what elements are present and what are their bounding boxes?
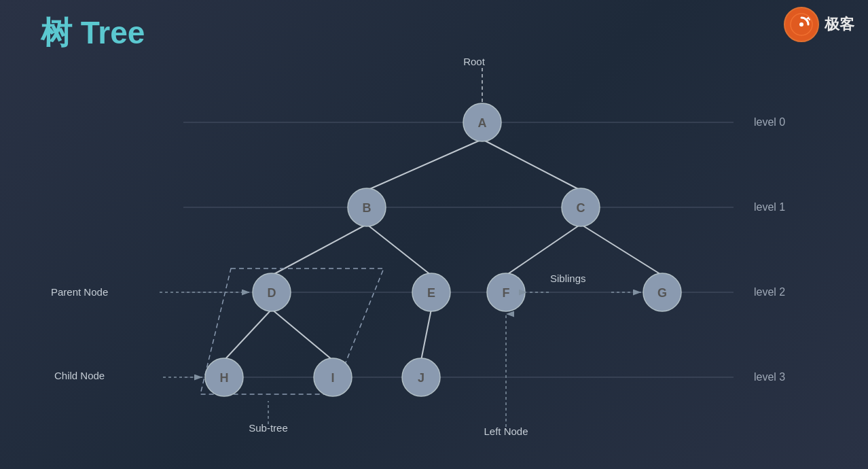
svg-line-14 — [272, 309, 333, 360]
svg-line-7 — [367, 139, 482, 190]
svg-line-9 — [272, 224, 367, 275]
node-A-label: A — [478, 116, 487, 130]
level-0-label: level 0 — [754, 116, 785, 128]
node-C-label: C — [577, 201, 585, 215]
node-H-label: H — [220, 371, 229, 385]
svg-line-15 — [421, 309, 431, 360]
node-J-label: J — [418, 371, 424, 385]
level-2-label: level 2 — [754, 286, 785, 298]
level-3-label: level 3 — [754, 371, 785, 383]
tree-diagram: level 0 level 1 level 2 level 3 Root A — [0, 0, 868, 469]
node-I-label: I — [331, 371, 334, 385]
svg-line-13 — [224, 309, 272, 360]
node-E-label: E — [427, 286, 435, 300]
child-node-label: Child Node — [54, 370, 105, 381]
parent-node-label: Parent Node — [51, 286, 108, 298]
node-F-label: F — [503, 286, 510, 300]
node-G-label: G — [657, 286, 667, 300]
siblings-label: Siblings — [550, 273, 586, 284]
level-1-label: level 1 — [754, 201, 785, 213]
root-label: Root — [463, 56, 486, 67]
svg-line-11 — [506, 224, 581, 275]
left-node-label: Left Node — [484, 425, 528, 437]
node-D-label: D — [268, 286, 276, 300]
node-B-label: B — [363, 201, 372, 215]
svg-line-12 — [581, 224, 662, 275]
slide: 树 Tree 极客 level 0 level 1 level 2 level … — [0, 0, 868, 469]
svg-line-8 — [482, 139, 581, 190]
svg-line-10 — [367, 224, 431, 275]
